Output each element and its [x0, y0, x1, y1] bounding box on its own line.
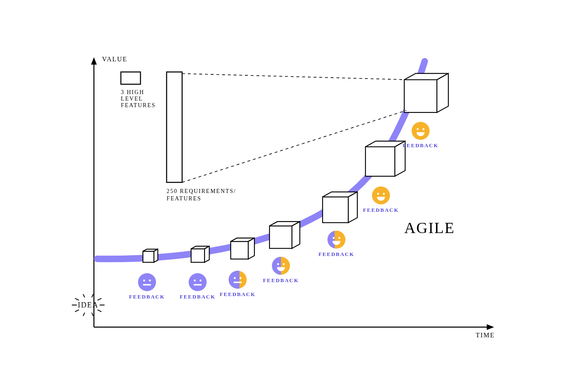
svg-marker-43 [348, 192, 357, 222]
svg-point-13 [138, 273, 156, 291]
svg-line-1 [98, 310, 102, 312]
svg-point-60 [423, 128, 425, 130]
svg-rect-33 [270, 226, 292, 249]
feedback-label: FEEDBACK [180, 294, 216, 300]
svg-marker-12 [154, 249, 158, 262]
svg-rect-49 [365, 147, 395, 176]
y-axis-arrow [91, 57, 97, 65]
svg-rect-55 [404, 80, 437, 112]
svg-point-30 [234, 277, 236, 279]
feedback-label: FEEDBACK [129, 294, 165, 300]
iteration-6 [365, 141, 405, 204]
iteration-4 [270, 222, 300, 275]
feedback-label: FEEDBACK [220, 291, 256, 297]
x-axis-arrow [487, 324, 494, 330]
iteration-5 [323, 192, 357, 249]
svg-marker-19 [205, 246, 209, 262]
svg-marker-26 [248, 238, 254, 259]
svg-marker-35 [292, 222, 300, 249]
feedback-label: FEEDBACK [318, 251, 354, 257]
svg-rect-41 [323, 197, 348, 223]
legend-tall-box [167, 72, 182, 182]
svg-point-53 [377, 193, 379, 195]
svg-point-39 [277, 263, 279, 265]
svg-point-59 [417, 128, 419, 130]
svg-point-22 [200, 280, 202, 282]
svg-marker-57 [437, 74, 448, 112]
origin-text: IDEA [78, 301, 99, 309]
svg-rect-24 [231, 242, 248, 259]
feedback-label: FEEDBACK [363, 207, 399, 213]
svg-rect-10 [143, 251, 154, 263]
iteration-2 [189, 246, 209, 291]
svg-point-58 [412, 122, 430, 140]
svg-point-20 [189, 273, 207, 291]
svg-point-48 [339, 237, 341, 239]
iteration-7 [404, 74, 448, 140]
svg-line-4 [75, 310, 79, 312]
legend-tall-label: 250 REQUIREMENTS/FEATURES [167, 188, 236, 202]
feedback-label: FEEDBACK [263, 277, 299, 283]
legend-small-label: 3 HIGHLEVELFEATURES [121, 89, 156, 108]
svg-point-21 [194, 280, 196, 282]
svg-point-47 [333, 237, 335, 239]
svg-point-52 [372, 186, 390, 204]
svg-point-15 [149, 280, 151, 282]
svg-line-8 [92, 294, 94, 297]
feedback-label: FEEDBACK [403, 142, 439, 148]
svg-line-6 [75, 298, 79, 301]
svg-point-31 [240, 277, 242, 279]
x-axis-label: TIME [476, 332, 495, 339]
svg-line-7 [83, 294, 85, 297]
dash-guide-top [182, 74, 408, 80]
legend-small-box [121, 72, 140, 84]
svg-line-9 [98, 298, 102, 301]
svg-line-2 [92, 313, 94, 316]
svg-rect-17 [191, 249, 205, 263]
svg-point-54 [383, 193, 385, 195]
y-axis-label: VALUE [102, 56, 127, 63]
chart-title: AGILE [404, 219, 455, 236]
svg-point-14 [143, 280, 145, 282]
iteration-3 [229, 238, 254, 289]
svg-point-40 [283, 263, 285, 265]
svg-line-3 [83, 313, 85, 316]
